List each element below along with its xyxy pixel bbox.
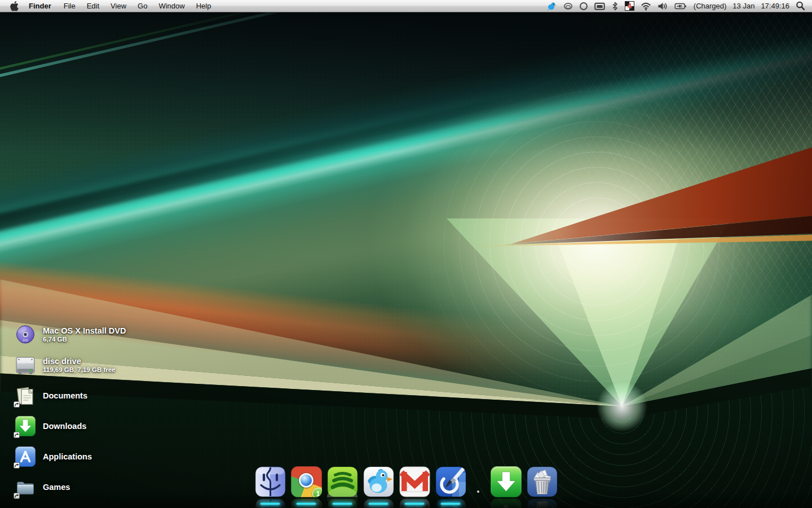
menu-item-go[interactable]: Go [132, 0, 153, 12]
desktop-item-label: disc drive 119,69 GB, 7,19 GB free [43, 357, 116, 374]
display-menu-icon[interactable] [593, 0, 606, 12]
caffeine-cup-icon[interactable] [562, 0, 574, 12]
chrome-badge: 1 [312, 488, 322, 497]
item-name: disc drive [43, 357, 116, 366]
downloads-folder-icon [15, 416, 36, 436]
spaces-grid: 4 [625, 1, 634, 11]
item-name: Documents [43, 391, 87, 400]
alias-arrow-badge [14, 462, 20, 468]
menu-item-window[interactable]: Window [153, 0, 190, 12]
volume-icon[interactable] [656, 0, 669, 12]
chrome-icon: 1 [291, 466, 322, 497]
menu-item-view[interactable]: View [105, 0, 132, 12]
battery-icon[interactable] [673, 0, 689, 12]
desktop-item-documents[interactable]: Documents [15, 386, 126, 406]
dock-item-paintbrush[interactable] [435, 466, 466, 497]
desktop-item-label: Applications [43, 452, 92, 461]
desktop-item-macosx-install-dvd[interactable]: DVD Mac OS X Install DVD 6,74 GB [15, 325, 126, 345]
hard-drive-icon [15, 355, 36, 375]
alias-arrow-badge [14, 401, 20, 408]
dvd-disc-icon: DVD [15, 325, 36, 345]
applications-folder-icon [15, 446, 36, 467]
twitter-bird-icon [363, 466, 394, 497]
svg-text:DVD: DVD [23, 339, 28, 342]
chrome-ball [299, 473, 314, 488]
paintbrush-icon [435, 466, 466, 497]
alias-arrow-badge [14, 432, 20, 438]
desktop-item-label: Documents [43, 391, 87, 400]
menu-date[interactable]: 13 Jan [731, 2, 756, 10]
menu-left: Finder File Edit View Go Window Help [6, 0, 217, 12]
dock-item-trash[interactable] [527, 466, 558, 497]
menu-item-file[interactable]: File [58, 0, 81, 12]
desktop-item-label: Downloads [43, 422, 86, 431]
gmail-icon [399, 466, 430, 497]
menu-item-edit[interactable]: Edit [81, 0, 105, 12]
desktop-item-label: Mac OS X Install DVD 6,74 GB [43, 326, 126, 343]
trash-full-icon [527, 466, 558, 497]
menu-status-area: 4 [546, 0, 806, 12]
twitter-menu-icon[interactable] [546, 0, 558, 12]
dock-item-downloads-stack[interactable] [491, 466, 522, 497]
desktop-item-label: Games [43, 483, 70, 492]
documents-stack-icon [15, 386, 36, 406]
spaces-number: 4 [625, 2, 634, 10]
desktop-item-applications[interactable]: Applications [15, 446, 126, 467]
dock-separator-dot [477, 491, 479, 493]
dock-item-spotify[interactable] [327, 466, 358, 497]
wifi-icon[interactable] [639, 0, 652, 12]
menu-clock[interactable]: 17:49:16 [760, 2, 791, 10]
desktop-screen: Finder File Edit View Go Window Help [0, 0, 812, 508]
item-detail: 6,74 GB [43, 335, 126, 343]
wallpaper-layer [0, 0, 812, 152]
desktop-item-disc-drive[interactable]: disc drive 119,69 GB, 7,19 GB free [15, 355, 126, 375]
apple-icon [10, 1, 19, 11]
spaces-indicator[interactable]: 4 [624, 0, 636, 12]
spotlight-icon[interactable] [795, 0, 806, 12]
item-name: Applications [43, 452, 92, 461]
dock-item-gmail[interactable] [399, 466, 430, 497]
desktop-icon-list: DVD Mac OS X Install DVD 6,74 GB [15, 325, 126, 507]
item-detail: 119,69 GB, 7,19 GB free [43, 366, 116, 374]
item-name: Games [43, 483, 70, 492]
dock-item-finder[interactable] [255, 466, 286, 497]
menu-item-help[interactable]: Help [191, 0, 217, 12]
spotify-icon [327, 466, 358, 497]
dock-item-twitter[interactable] [363, 466, 394, 497]
finder-icon [255, 466, 286, 497]
downloads-stack-icon [491, 466, 522, 497]
menu-item-finder[interactable]: Finder [24, 0, 58, 12]
item-name: Mac OS X Install DVD [43, 326, 126, 335]
battery-status-label[interactable]: (Charged) [692, 2, 728, 10]
item-name: Downloads [43, 422, 86, 431]
apple-menu[interactable] [6, 0, 24, 12]
dock-item-chrome[interactable]: 1 [291, 466, 322, 497]
circle-ring-icon[interactable] [578, 0, 589, 12]
dock: 1 [249, 466, 563, 508]
bluetooth-icon[interactable] [610, 0, 620, 12]
menu-bar: Finder File Edit View Go Window Help [0, 0, 812, 12]
desktop-item-downloads[interactable]: Downloads [15, 416, 126, 436]
